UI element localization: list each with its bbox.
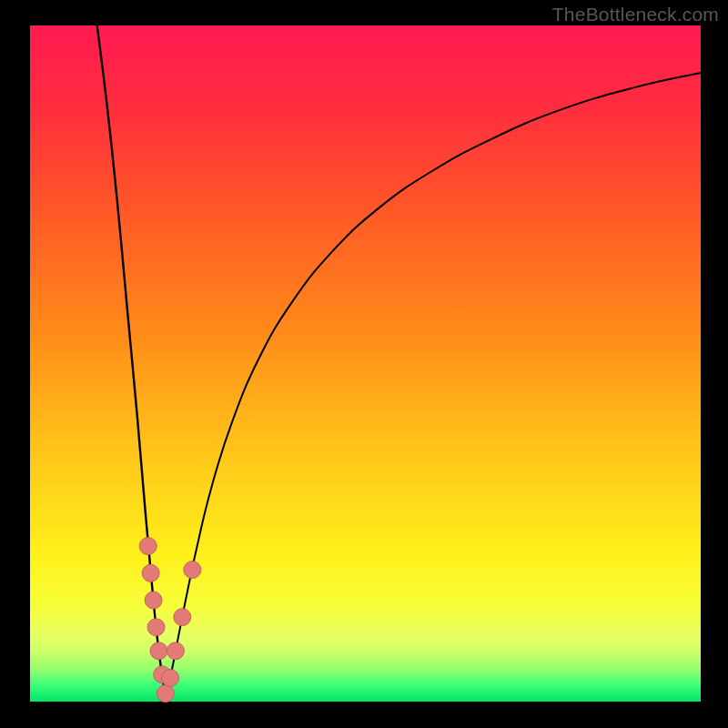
data-marker — [184, 561, 201, 579]
chart-stage: TheBottleneck.com — [0, 0, 728, 728]
data-marker — [145, 592, 162, 609]
gradient-background — [30, 25, 701, 702]
data-marker — [162, 670, 179, 687]
watermark-text: TheBottleneck.com — [552, 4, 719, 25]
data-marker — [167, 642, 184, 660]
data-marker — [142, 564, 159, 581]
data-marker — [157, 685, 174, 703]
data-marker — [139, 538, 157, 555]
data-marker — [150, 642, 167, 660]
data-marker — [174, 609, 191, 626]
bottleneck-chart — [0, 0, 728, 728]
data-marker — [147, 619, 165, 636]
